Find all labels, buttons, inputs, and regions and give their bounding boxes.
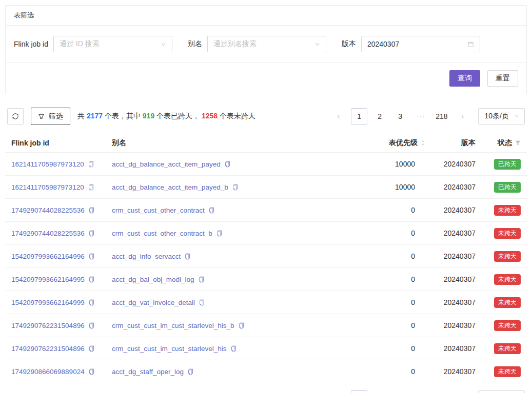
refresh-button[interactable] [7, 108, 24, 125]
flink-job-id-select[interactable]: 通过 ID 搜索 [53, 36, 172, 52]
job-id-link[interactable]: 1749290744028225536 [11, 230, 85, 237]
page-button-1[interactable]: 1 [351, 108, 367, 125]
job-id-link[interactable]: 1749290762231504896 [11, 345, 85, 353]
table-row: 1542097993662164999 acct_dg_vat_invoice_… [5, 291, 527, 314]
reset-button[interactable]: 重置 [487, 70, 518, 87]
chevron-down-icon [161, 42, 166, 47]
next-page-button[interactable]: › [455, 390, 471, 393]
column-header-alias: 别名 [112, 138, 338, 148]
copy-icon[interactable] [199, 299, 205, 306]
page-button-2[interactable]: 2 [371, 108, 388, 125]
copy-icon[interactable] [88, 207, 95, 214]
copy-icon[interactable] [224, 161, 231, 168]
prev-page-button[interactable]: ‹ [330, 108, 347, 125]
job-id-link[interactable]: 1749290762231504896 [11, 322, 85, 329]
job-id-link[interactable]: 1542097993662164999 [11, 299, 85, 306]
alias-link[interactable]: acct_dg_info_servacct [112, 253, 181, 260]
priority-cell: 10000 [338, 183, 425, 191]
copy-icon[interactable] [88, 368, 95, 375]
table-body: 1621411705987973120 acct_dg_balance_acct… [5, 153, 527, 383]
flink-job-id-label: Flink job id [14, 40, 48, 48]
filter-actions: 查询 重置 [6, 63, 526, 94]
bottom-pagination-bar: ‹123···218› 10条/页 [5, 390, 527, 393]
prev-page-button[interactable]: ‹ [330, 390, 347, 393]
alias-link[interactable]: acct_dg_balance_acct_item_payed [112, 160, 221, 168]
next-page-button[interactable]: › [455, 108, 471, 125]
query-button[interactable]: 查询 [449, 70, 480, 87]
copy-icon[interactable] [88, 345, 95, 352]
alias-link[interactable]: crm_cust_cust_im_cust_starlevel_his_b [112, 322, 234, 329]
job-id-link[interactable]: 1749290866069889024 [11, 368, 85, 376]
table-row: 1621411705987973120 acct_dg_balance_acct… [5, 153, 527, 176]
alias-link[interactable]: crm_cust_cust_other_contract [112, 206, 205, 214]
column-header-priority: 表优先级 [389, 138, 418, 148]
copy-icon[interactable] [88, 276, 95, 283]
filter-toggle-button[interactable]: 筛选 [31, 108, 70, 125]
status-badge: 已跨天 [494, 182, 521, 193]
priority-cell: 0 [338, 275, 425, 283]
priority-cell: 0 [338, 252, 425, 260]
copy-icon[interactable] [198, 276, 205, 283]
sort-toggle[interactable] [421, 139, 425, 146]
alias-link[interactable]: acct_dg_balance_acct_item_payed_b [112, 183, 228, 191]
filter-icon [38, 113, 45, 120]
copy-icon[interactable] [216, 230, 223, 237]
version-cell: 20240307 [425, 206, 479, 214]
version-cell: 20240307 [425, 183, 479, 191]
job-id-link[interactable]: 1621411705987973120 [11, 160, 84, 168]
page-button-218[interactable]: 218 [433, 108, 450, 125]
copy-icon[interactable] [208, 207, 215, 214]
version-date-field[interactable] [361, 36, 480, 52]
column-header-version: 版本 [425, 138, 479, 148]
version-cell: 20240307 [425, 229, 479, 237]
copy-icon[interactable] [88, 253, 95, 260]
version-input[interactable] [367, 40, 463, 48]
page: 表筛选 Flink job id 通过 ID 搜索 别名 通过别名搜索 版本 查… [0, 0, 532, 393]
status-badge: 未跨天 [494, 274, 521, 285]
job-id-link[interactable]: 1542097993662164996 [11, 253, 85, 260]
page-button-3[interactable]: 3 [392, 108, 408, 125]
alias-link[interactable]: acct_dg_staff_oper_log [112, 368, 184, 376]
priority-cell: 0 [338, 229, 425, 237]
page-size-select[interactable]: 10条/页 [478, 108, 525, 125]
table-row: 1749290744028225536 crm_cust_cust_other_… [5, 222, 527, 245]
copy-icon[interactable] [184, 253, 191, 260]
copy-icon[interactable] [88, 299, 95, 306]
copy-icon[interactable] [232, 184, 239, 191]
summary-text: 个表已跨天， [154, 112, 202, 120]
copy-icon[interactable] [88, 322, 95, 329]
job-id-link[interactable]: 1542097993662164995 [11, 276, 85, 283]
alias-link[interactable]: acct_dg_vat_invoice_detail [112, 299, 195, 306]
page-button-1[interactable]: 1 [351, 390, 367, 393]
copy-icon[interactable] [88, 161, 94, 168]
pagination-bottom: ‹123···218› [330, 390, 470, 393]
alias-link[interactable]: acct_dg_bal_obj_modi_log [112, 276, 194, 283]
alias-link[interactable]: crm_cust_cust_other_contract_b [112, 230, 212, 237]
page-button-218[interactable]: 218 [433, 390, 450, 393]
copy-icon[interactable] [238, 322, 245, 329]
job-id-link[interactable]: 1749290744028225536 [11, 206, 85, 214]
page-button-3[interactable]: 3 [392, 390, 408, 393]
summary-text: 个表，其中 [103, 112, 143, 120]
priority-cell: 0 [338, 344, 425, 353]
version-label: 版本 [342, 39, 356, 49]
copy-icon[interactable] [230, 345, 237, 352]
status-filter-icon[interactable] [515, 140, 521, 146]
status-badge: 未跨天 [494, 205, 521, 216]
job-id-link[interactable]: 1621411705987973120 [11, 183, 84, 191]
chevron-down-icon [514, 114, 519, 119]
version-cell: 20240307 [425, 298, 479, 306]
alias-link[interactable]: crm_cust_cust_im_cust_starlevel_his [112, 345, 227, 353]
copy-icon[interactable] [88, 184, 94, 191]
status-badge: 未跨天 [494, 251, 521, 262]
copy-icon[interactable] [187, 368, 194, 375]
alias-select[interactable]: 通过别名搜索 [207, 36, 326, 52]
table-row: 1621411705987973120 acct_dg_balance_acct… [5, 176, 527, 199]
filter-panel: 表筛选 Flink job id 通过 ID 搜索 别名 通过别名搜索 版本 查… [5, 5, 527, 94]
copy-icon[interactable] [88, 230, 95, 237]
priority-cell: 0 [338, 367, 425, 376]
table-row: 1749290762231504896 crm_cust_cust_im_cus… [5, 337, 527, 360]
status-badge: 未跨天 [494, 228, 521, 239]
page-button-2[interactable]: 2 [371, 390, 388, 393]
page-size-select[interactable]: 10条/页 [478, 390, 525, 393]
